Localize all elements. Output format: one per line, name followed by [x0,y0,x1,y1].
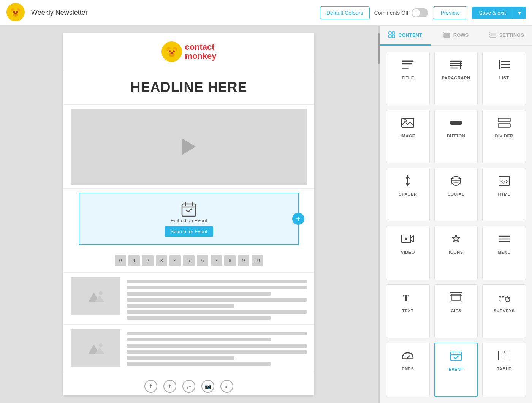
image-icon [401,117,415,130]
page-8[interactable]: 8 [224,255,236,266]
text-line [127,344,307,348]
canvas-area[interactable]: contact monkey HEADLINE HERE [0,26,378,403]
text-item-label: TEXT [402,308,413,313]
canvas-headline-text: HEADLINE HERE [71,79,307,95]
paragraph-icon [449,59,463,72]
page-0[interactable]: 0 [115,255,126,266]
page-title: Weekly Newsletter [31,9,314,17]
content-text-1 [127,277,307,320]
content-item-title[interactable]: TITLE [386,52,430,105]
svg-rect-32 [444,34,450,36]
content-item-spacer[interactable]: SPACER [386,168,430,221]
menu-item-label: MENU [497,250,510,254]
content-item-icons[interactable]: ICONS [434,226,478,280]
svg-rect-17 [182,204,196,216]
divider-icon [497,117,511,130]
comments-toggle-switch[interactable] [412,8,428,17]
canvas-pagination: 0 1 2 3 4 5 6 7 8 9 10 [63,249,314,273]
content-item-video[interactable]: VIDEO [386,226,430,280]
content-row-2 [63,325,314,372]
content-item-divider[interactable]: DIVIDER [482,110,526,163]
event-wrapper: Embed an Event Search for Event + [63,189,314,249]
page-4[interactable]: 4 [169,255,181,266]
svg-rect-50 [499,63,500,66]
svg-point-26 [99,343,103,347]
tab-content[interactable]: CONTENT [380,26,431,46]
content-item-menu[interactable]: MENU [482,226,526,280]
content-item-social[interactable]: SOCIAL [434,168,478,221]
page-3[interactable]: 3 [156,255,167,266]
svg-rect-54 [450,121,462,125]
tab-settings-label: SETTINGS [499,32,524,38]
page-6[interactable]: 6 [197,255,208,266]
save-dropdown-button[interactable]: ▼ [513,7,526,19]
icons-icon [449,233,463,246]
event-embed-block[interactable]: Embed an Event Search for Event + [79,193,299,245]
save-exit-button[interactable]: Save & exit [472,7,513,19]
content-item-surveys[interactable]: ★★ ★ SURVEYS [482,284,526,338]
text-line [127,298,307,302]
text-line [127,350,307,354]
header-actions: Default Colours Comments Off Preview Sav… [320,6,526,19]
social-googleplus[interactable]: g+ [182,380,195,393]
canvas-logo-text: contact monkey [185,43,216,61]
svg-point-15 [173,50,175,52]
event-add-button[interactable]: + [292,213,304,225]
content-item-html[interactable]: </> HTML [482,168,526,221]
canvas-logo: contact monkey [161,41,216,62]
canvas-social-row: f t g+ 📷 in [63,372,314,400]
surveys-item-label: SURVEYS [494,308,515,313]
spacer-item-label: SPACER [399,192,417,196]
social-instagram[interactable]: 📷 [201,380,214,393]
tab-rows[interactable]: ROWS [431,26,481,46]
scrollbar[interactable] [378,26,380,403]
video-placeholder[interactable] [71,109,307,185]
svg-rect-49 [499,60,500,63]
paragraph-item-label: PARAGRAPH [442,76,470,80]
svg-point-16 [171,52,173,54]
page-2[interactable]: 2 [142,255,154,266]
video-icon [401,233,415,246]
button-item-label: BUTTON [447,134,466,138]
social-facebook[interactable]: f [144,380,157,393]
content-item-button[interactable]: BUTTON [434,110,478,163]
content-item-paragraph[interactable]: PARAGRAPH [434,52,478,105]
save-button-group: Save & exit ▼ [472,7,526,19]
preview-button[interactable]: Preview [433,6,468,19]
divider-item-label: DIVIDER [495,134,513,138]
canvas-logo-section: contact monkey [63,33,314,70]
page-1[interactable]: 1 [128,255,140,266]
page-5[interactable]: 5 [183,255,195,266]
text-line [127,332,307,335]
page-7[interactable]: 7 [211,255,222,266]
content-item-table[interactable]: X TABLE [482,343,526,397]
svg-rect-31 [444,32,450,33]
button-icon [449,117,463,130]
content-item-gifs[interactable]: GIFS [434,284,478,338]
event-search-button[interactable]: Search for Event [165,226,214,237]
text-line [127,292,271,296]
settings-tab-icon [489,31,496,39]
content-item-event[interactable]: EVENT [434,343,478,397]
comments-label: Comments Off [374,10,408,16]
content-item-text[interactable]: T TEXT [386,284,430,338]
text-line [127,338,271,341]
table-item-label: TABLE [497,367,511,371]
list-item-label: LIST [499,76,509,80]
svg-rect-36 [490,36,496,37]
svg-rect-29 [389,35,391,38]
page-10[interactable]: 10 [252,255,263,266]
default-colours-button[interactable]: Default Colours [320,6,370,19]
page-9[interactable]: 9 [238,255,249,266]
social-twitter[interactable]: t [163,380,176,393]
content-item-list[interactable]: LIST [482,52,526,105]
tab-settings[interactable]: SETTINGS [481,26,532,46]
svg-text:</>: </> [500,179,509,184]
calendar-icon [180,201,197,218]
content-item-enps[interactable]: ENPS [386,343,430,397]
menu-icon [497,233,511,246]
social-linkedin[interactable]: in [220,380,233,393]
svg-point-23 [99,291,103,295]
content-item-image[interactable]: IMAGE [386,110,430,163]
text-line [127,362,271,366]
